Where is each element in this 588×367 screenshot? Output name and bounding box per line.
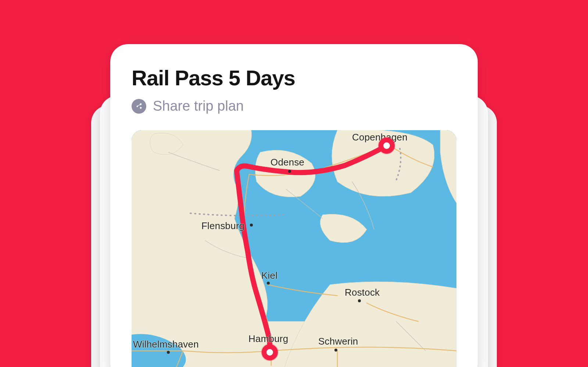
- share-label: Share trip plan: [153, 98, 244, 114]
- city-label-wilhelmshaven: Wilhelmshaven: [133, 339, 199, 350]
- city-label-schwerin: Schwerin: [318, 336, 358, 347]
- trip-title: Rail Pass 5 Days: [132, 65, 456, 90]
- trip-card: Rail Pass 5 Days Share trip plan: [110, 44, 478, 367]
- city-label-rostock: Rostock: [345, 287, 380, 298]
- card-stack: Rail Pass 5 Days Share trip plan: [110, 44, 478, 367]
- city-label-hamburg: Hamburg: [248, 333, 288, 345]
- route-endpoint-marker[interactable]: [262, 344, 278, 360]
- city-label-kiel: Kiel: [261, 270, 277, 281]
- city-dot-kiel: [267, 282, 270, 285]
- trip-map[interactable]: CopenhagenOdenseFlensburgKielRostockSchw…: [132, 130, 456, 367]
- share-icon: [132, 99, 146, 114]
- route-endpoint-marker[interactable]: [379, 138, 395, 154]
- marker-inner: [383, 142, 390, 149]
- city-dot-wilhelmshaven: [167, 351, 170, 354]
- city-dot-odense: [288, 170, 291, 173]
- city-label-odense: Odense: [270, 157, 304, 168]
- city-dot-schwerin: [334, 349, 337, 352]
- share-trip-button[interactable]: Share trip plan: [132, 98, 244, 114]
- city-dot-flensburg: [250, 224, 253, 227]
- city-label-flensburg: Flensburg: [201, 220, 244, 232]
- city-dot-rostock: [358, 299, 361, 302]
- marker-inner: [266, 349, 273, 356]
